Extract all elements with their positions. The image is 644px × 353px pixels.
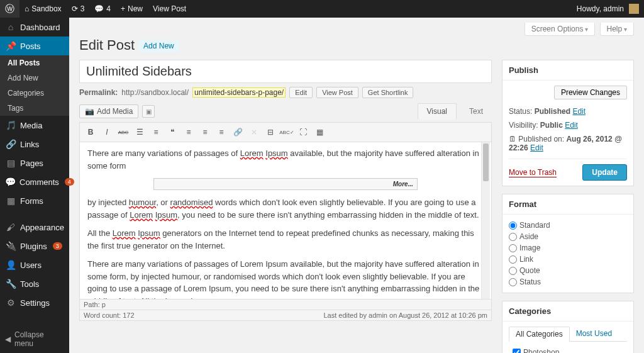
format-option-aside[interactable]: Aside [509,231,627,242]
tab-text[interactable]: Text [460,104,492,119]
view-post-link[interactable]: View Post [148,0,191,18]
format-option-quote[interactable]: Quote [509,265,627,276]
wrench-icon: 🔧 [5,279,16,289]
word-count: Word count: 172 [84,311,135,319]
move-to-trash-link[interactable]: Move to Trash [509,168,557,177]
brush-icon: 🖌 [5,222,16,232]
format-heading: Format [502,194,633,215]
submenu-add-new[interactable]: Add New [0,70,69,86]
editor-toolbar: B I ABC ☰ ≡ ❝ ≡ ≡ ≡ 🔗 ⤫ ⊟ ABC✓ ⛶ ▦ [79,122,492,142]
more-tag: More... [153,178,418,190]
categories-heading: Categories [502,301,633,322]
update-button[interactable]: Update [582,164,627,181]
sliders-icon: ⚙ [5,298,16,308]
editor-scrollbar[interactable] [481,142,490,299]
toolbar-toggle-button[interactable]: ▦ [313,125,326,139]
menu-media[interactable]: 🎵Media [0,116,69,135]
submenu-tags[interactable]: Tags [0,101,69,116]
avatar [629,4,639,14]
tab-visual[interactable]: Visual [418,103,457,120]
camera-icon: 📷 [85,107,94,116]
new-content[interactable]: +New [116,0,148,18]
content-editor[interactable]: There are many variations of passages of… [79,142,492,300]
dashboard-icon: ⌂ [5,22,16,32]
format-box: Format Standard Aside Image Link Quote S… [502,194,634,293]
bullet-list-button[interactable]: ☰ [133,125,147,139]
calendar-icon: 🗓 [509,135,516,143]
format-option-standard[interactable]: Standard [509,220,627,231]
add-new-button[interactable]: Add New [138,40,179,52]
menu-users[interactable]: 👤Users [0,255,69,274]
permalink-slug: unlimited-sidebars-p-page/ [192,87,286,98]
menu-comments[interactable]: 💬Comments4 [0,172,69,191]
bold-button[interactable]: B [84,125,97,139]
menu-tools[interactable]: 🔧Tools [0,274,69,293]
view-post-button[interactable]: View Post [316,87,358,98]
menu-settings[interactable]: ⚙Settings [0,293,69,312]
submenu-categories[interactable]: Categories [0,86,69,101]
comments-bubble[interactable]: 💬4 [89,0,116,18]
preview-changes-button[interactable]: Preview Changes [554,86,627,99]
publish-heading: Publish [502,60,633,81]
permalink-label: Permalink: [79,88,118,97]
category-item[interactable]: Photoshop [513,347,627,353]
number-list-button[interactable]: ≡ [149,125,163,139]
publish-box: Publish Preview Changes Status: Publishe… [502,60,634,186]
menu-plugins[interactable]: 🔌Plugins3 [0,237,69,255]
wp-logo[interactable]: ⓦ [0,0,19,18]
collapse-menu[interactable]: ◀Collapse menu [0,325,69,353]
collapse-icon: ◀ [5,335,11,344]
link-button[interactable]: 🔗 [231,125,245,139]
blockquote-button[interactable]: ❝ [165,125,179,139]
screen-options-toggle[interactable]: Screen Options [525,23,596,36]
spellcheck-button[interactable]: ABC✓ [280,125,294,139]
edit-status-link[interactable]: Edit [572,107,586,116]
tab-all-categories[interactable]: All Categories [509,327,570,342]
help-toggle[interactable]: Help [600,23,634,36]
site-name[interactable]: ⌂Sandbox [19,0,67,18]
categories-box: Categories All Categories Most Used Phot… [502,301,634,353]
menu-pages[interactable]: ▤Pages [0,154,69,172]
format-option-image[interactable]: Image [509,242,627,254]
submenu-all-posts[interactable]: All Posts [0,55,69,70]
post-title-input[interactable]: Unlimited Sidebars [79,60,492,83]
editor-path: Path: p [79,300,492,310]
plugins-badge: 3 [53,242,62,250]
user-icon: 👤 [5,260,16,270]
my-account[interactable]: Howdy, admin [572,0,644,18]
strikethrough-button[interactable]: ABC [116,125,130,139]
add-media-button[interactable]: 📷Add Media [79,104,138,118]
distraction-free-button[interactable]: ▣ [142,105,155,118]
format-option-status[interactable]: Status [509,276,627,288]
menu-forms[interactable]: ▦Forms [0,191,69,210]
align-left-button[interactable]: ≡ [182,125,196,139]
permalink-base: http://sandbox.local/ [121,88,189,97]
plug-icon: 🔌 [5,241,16,251]
menu-links[interactable]: 🔗Links [0,135,69,154]
get-shortlink-button[interactable]: Get Shortlink [362,87,414,98]
page-title: Edit PostAdd New [79,37,634,53]
insert-more-button[interactable]: ⊟ [264,125,277,139]
forms-icon: ▦ [5,196,16,206]
category-list[interactable]: Photoshop Business Category 1 Category 2… [509,345,627,353]
last-edited: Last edited by admin on August 26, 2012 … [323,311,487,319]
menu-appearance[interactable]: 🖌Appearance [0,218,69,237]
link-icon: 🔗 [5,139,16,149]
menu-posts[interactable]: 📌Posts [0,36,69,55]
fullscreen-button[interactable]: ⛶ [296,125,310,139]
edit-visibility-link[interactable]: Edit [565,121,578,130]
page-icon: ▤ [5,158,16,168]
tab-most-used[interactable]: Most Used [570,327,618,341]
unlink-button[interactable]: ⤫ [247,125,261,139]
edit-date-link[interactable]: Edit [530,143,543,152]
comment-icon: 💬 [5,177,16,187]
align-right-button[interactable]: ≡ [214,125,228,139]
media-icon: 🎵 [5,120,16,130]
updates[interactable]: ⟳3 [67,0,90,18]
menu-dashboard[interactable]: ⌂Dashboard [0,18,69,36]
italic-button[interactable]: I [100,125,114,139]
align-center-button[interactable]: ≡ [198,125,212,139]
format-option-link[interactable]: Link [509,254,627,265]
pin-icon: 📌 [5,41,16,51]
edit-slug-button[interactable]: Edit [289,87,313,98]
